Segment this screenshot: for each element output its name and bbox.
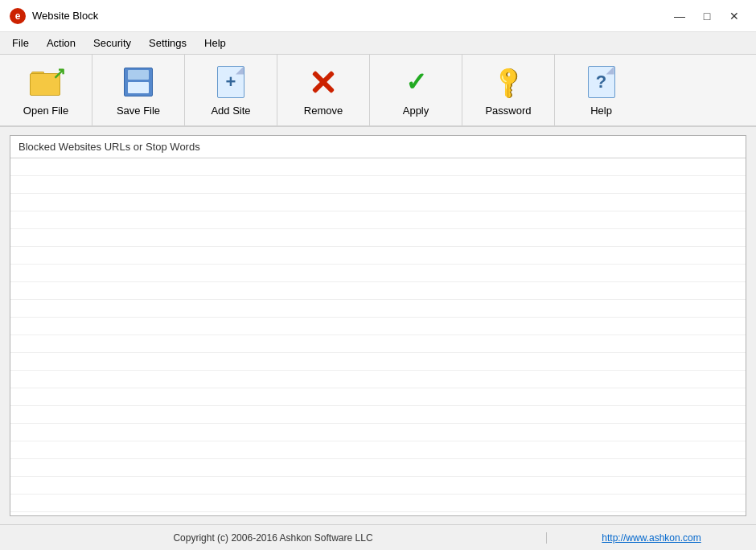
toolbar: ↗ Open File Save File Add Site Remove ✓ …	[0, 55, 756, 127]
password-button[interactable]: 🔑 Password	[462, 55, 555, 125]
help-icon: ?	[584, 64, 619, 100]
password-icon: 🔑	[491, 64, 526, 100]
apply-button[interactable]: ✓ Apply	[370, 55, 462, 125]
menu-security[interactable]: Security	[84, 34, 140, 52]
list-item	[10, 265, 746, 282]
list-item	[10, 282, 746, 300]
menu-bar: File Action Security Settings Help	[0, 32, 756, 55]
save-file-icon	[121, 64, 156, 100]
title-bar-controls: — □ ✕	[668, 7, 746, 25]
list-item	[10, 388, 746, 406]
list-item	[10, 176, 746, 194]
list-item	[10, 441, 746, 459]
help-button[interactable]: ? Help	[555, 55, 647, 125]
password-label: Password	[485, 105, 531, 117]
menu-settings[interactable]: Settings	[140, 34, 195, 52]
app-icon: e	[10, 8, 26, 24]
remove-label: Remove	[304, 105, 343, 117]
list-item	[10, 247, 746, 265]
list-body[interactable]	[10, 158, 746, 512]
save-file-button[interactable]: Save File	[92, 55, 185, 125]
window-title: Website Block	[32, 10, 98, 22]
open-file-label: Open File	[23, 105, 68, 117]
close-button[interactable]: ✕	[722, 7, 746, 25]
remove-icon	[306, 64, 341, 100]
minimize-button[interactable]: —	[668, 7, 692, 25]
apply-icon: ✓	[398, 64, 433, 100]
list-item	[10, 229, 746, 247]
website-link[interactable]: http://www.ashkon.com	[602, 532, 701, 544]
list-item	[10, 300, 746, 318]
title-bar: e Website Block — □ ✕	[0, 0, 756, 32]
menu-action[interactable]: Action	[38, 34, 84, 52]
menu-help[interactable]: Help	[195, 34, 235, 52]
list-item	[10, 406, 746, 424]
list-item	[10, 211, 746, 229]
help-label: Help	[590, 105, 612, 117]
list-item	[10, 335, 746, 353]
apply-label: Apply	[403, 105, 429, 117]
remove-button[interactable]: Remove	[277, 55, 370, 125]
add-site-label: Add Site	[211, 105, 250, 117]
list-item	[10, 318, 746, 335]
website-link-container: http://www.ashkon.com	[547, 532, 756, 544]
add-site-button[interactable]: Add Site	[185, 55, 277, 125]
list-item	[10, 424, 746, 441]
title-bar-left: e Website Block	[10, 8, 98, 24]
list-item	[10, 495, 746, 512]
list-item	[10, 477, 746, 495]
save-file-label: Save File	[117, 105, 160, 117]
list-item	[10, 371, 746, 388]
open-file-icon: ↗	[28, 64, 64, 100]
list-item	[10, 158, 746, 176]
copyright-text: Copyright (c) 2006-2016 Ashkon Software …	[0, 532, 547, 544]
blocked-sites-panel: Blocked Websites URLs or Stop Words	[10, 135, 746, 516]
list-item	[10, 194, 746, 211]
status-bar: Copyright (c) 2006-2016 Ashkon Software …	[0, 524, 756, 550]
list-item	[10, 353, 746, 371]
list-header: Blocked Websites URLs or Stop Words	[10, 136, 746, 158]
maximize-button[interactable]: □	[695, 7, 719, 25]
list-item	[10, 459, 746, 477]
menu-file[interactable]: File	[3, 34, 38, 52]
open-file-button[interactable]: ↗ Open File	[0, 55, 92, 125]
add-site-icon	[213, 64, 249, 100]
